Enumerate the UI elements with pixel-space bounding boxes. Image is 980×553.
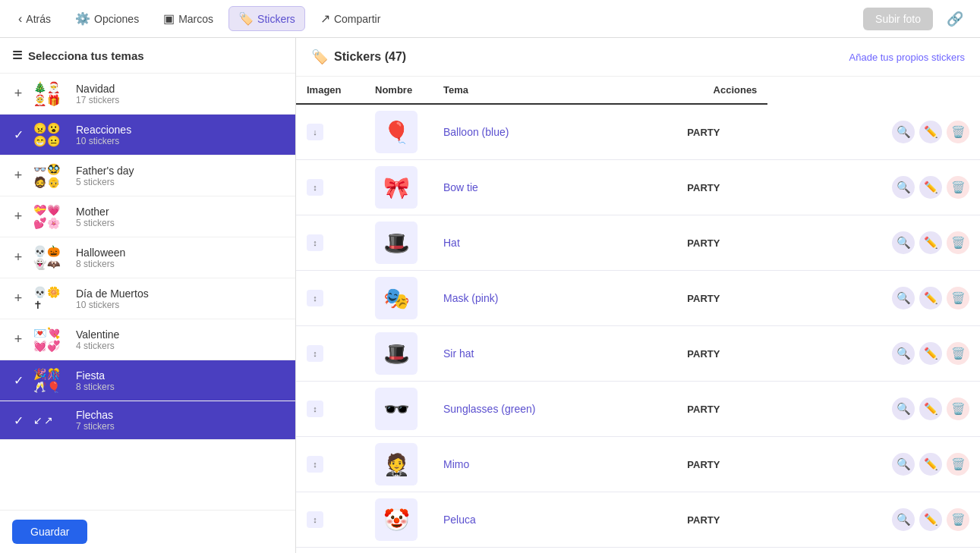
zoom-button[interactable]: 🔍 — [892, 453, 915, 476]
row-image-cell: 🕶️ — [364, 382, 433, 437]
sidebar-item-reacciones[interactable]: ✓😠😮😁😐Reacciones10 stickers — [0, 115, 295, 156]
stickers-label: Stickers — [257, 13, 295, 25]
zoom-icon: 🔍 — [896, 181, 911, 194]
edit-button[interactable]: ✏️ — [919, 342, 942, 365]
delete-button[interactable]: 🗑️ — [947, 508, 969, 531]
main-layout: ☰ Selecciona tus temas +🎄🎅🤶🎁Navidad17 st… — [0, 38, 980, 553]
sidebar-item-valentine[interactable]: +💌💘💓💞Valentine4 stickers — [0, 319, 295, 360]
item-count: 10 stickers — [76, 300, 285, 310]
delete-button[interactable]: 🗑️ — [947, 121, 969, 143]
zoom-icon: 🔍 — [896, 125, 911, 139]
link-icon-button[interactable]: 🔗 — [939, 6, 971, 32]
zoom-button[interactable]: 🔍 — [892, 231, 915, 254]
delete-button[interactable]: 🗑️ — [947, 397, 969, 420]
edit-button[interactable]: ✏️ — [919, 287, 942, 309]
sticker-theme: PARTY — [687, 182, 720, 193]
row-num-cell: ↕ — [296, 548, 364, 554]
zoom-icon: 🔍 — [896, 402, 911, 416]
table-row: ↕🕶️Sunglasses (green)PARTY🔍✏️🗑️ — [296, 382, 980, 437]
trash-icon: 🗑️ — [951, 291, 966, 305]
action-buttons: 🔍✏️🗑️ — [778, 508, 969, 531]
sticker-name-link[interactable]: Hat — [443, 237, 460, 249]
upload-photo-button[interactable]: Subir foto — [863, 8, 933, 30]
table-row: ↓🎈Balloon (blue)PARTY🔍✏️🗑️ — [296, 104, 980, 160]
row-num-badge: ↕ — [307, 234, 323, 251]
options-button[interactable]: ⚙️ Opciones — [66, 7, 148, 30]
sticker-name-link[interactable]: Bow tie — [443, 181, 478, 193]
item-count: 5 stickers — [76, 177, 285, 187]
sticker-name-link[interactable]: Mask (pink) — [443, 292, 498, 304]
frames-button[interactable]: ▣ Marcos — [154, 7, 222, 30]
sidebar-item-fiesta[interactable]: ✓🎉🎊🥂🎈Fiesta8 stickers — [0, 360, 295, 401]
trash-icon: 🗑️ — [951, 347, 966, 360]
table-row: ↕🎩HatPARTY🔍✏️🗑️ — [296, 215, 980, 271]
content-title: 🏷️ Stickers (47) — [311, 49, 406, 65]
share-label: Compartir — [334, 13, 380, 25]
item-count: 8 stickers — [76, 259, 285, 269]
sticker-count-title: Stickers (47) — [334, 50, 406, 64]
link-icon: 🔗 — [947, 11, 963, 27]
sticker-name-link[interactable]: Peluca — [443, 514, 476, 526]
table-row: ↕💋Big KissLOVE🔍✏️🗑️ — [296, 548, 980, 554]
row-num-badge: ↕ — [307, 290, 323, 306]
delete-button[interactable]: 🗑️ — [947, 453, 969, 476]
edit-icon: ✏️ — [924, 181, 938, 194]
table-row: ↕🤵MimoPARTY🔍✏️🗑️ — [296, 437, 980, 492]
delete-button[interactable]: 🗑️ — [947, 231, 969, 254]
action-buttons: 🔍✏️🗑️ — [778, 397, 969, 420]
save-button[interactable]: Guardar — [12, 520, 87, 544]
row-num-badge: ↕ — [307, 345, 323, 362]
item-count: 10 stickers — [76, 136, 285, 146]
action-buttons: 🔍✏️🗑️ — [778, 287, 969, 309]
row-num-cell: ↕ — [296, 215, 364, 271]
sidebar-item-mother[interactable]: +💝💗💕🌸Mother5 stickers — [0, 196, 295, 237]
sidebar-item-navidad[interactable]: +🎄🎅🤶🎁Navidad17 stickers — [0, 74, 295, 115]
action-buttons: 🔍✏️🗑️ — [778, 231, 969, 254]
edit-button[interactable]: ✏️ — [919, 176, 942, 199]
edit-button[interactable]: ✏️ — [919, 121, 942, 143]
sticker-name-link[interactable]: Sunglasses (green) — [443, 403, 535, 415]
add-stickers-link[interactable]: Añade tus propios stickers — [849, 52, 965, 63]
zoom-button[interactable]: 🔍 — [892, 287, 915, 309]
sticker-name-link[interactable]: Sir hat — [443, 347, 474, 360]
edit-button[interactable]: ✏️ — [919, 231, 942, 254]
top-nav: ‹ Atrás ⚙️ Opciones ▣ Marcos 🏷️ Stickers… — [0, 0, 980, 38]
sticker-name-link[interactable]: Balloon (blue) — [443, 126, 509, 138]
trash-icon: 🗑️ — [951, 402, 966, 416]
sidebar-item-fathers[interactable]: +👓🥸🧔👴Father's day5 stickers — [0, 156, 295, 196]
row-num-badge: ↕ — [307, 456, 323, 473]
zoom-button[interactable]: 🔍 — [892, 176, 915, 199]
item-check-icon: + — [11, 168, 26, 184]
options-label: Opciones — [94, 13, 139, 25]
sidebar-item-flechas[interactable]: ✓↙️↗️Flechas7 stickers — [0, 401, 295, 440]
row-theme-cell: PARTY — [676, 492, 767, 548]
row-num-cell: ↓ — [296, 104, 364, 160]
share-button[interactable]: ↗ Compartir — [311, 7, 389, 30]
delete-button[interactable]: 🗑️ — [947, 176, 969, 199]
action-buttons: 🔍✏️🗑️ — [778, 121, 969, 143]
back-button[interactable]: ‹ Atrás — [9, 8, 60, 30]
zoom-button[interactable]: 🔍 — [892, 397, 915, 420]
sticker-image: 🎩 — [375, 332, 418, 375]
edit-button[interactable]: ✏️ — [919, 397, 942, 420]
edit-icon: ✏️ — [924, 402, 938, 416]
sidebar-item-halloween[interactable]: +💀🎃👻🦇Halloween8 stickers — [0, 237, 295, 278]
item-check-icon: ✓ — [11, 413, 26, 428]
col-tema: Tema — [433, 77, 676, 104]
edit-button[interactable]: ✏️ — [919, 508, 942, 531]
sticker-name-link[interactable]: Mimo — [443, 458, 469, 470]
item-check-icon: + — [11, 209, 26, 225]
stickers-button[interactable]: 🏷️ Stickers — [228, 6, 305, 31]
sidebar-footer: Guardar — [0, 510, 295, 553]
sidebar-item-dia_muertos[interactable]: +💀🌼✝️Día de Muertos10 stickers — [0, 278, 295, 319]
row-actions-cell: 🔍✏️🗑️ — [767, 382, 980, 437]
item-emojis: 💝💗💕🌸 — [33, 204, 68, 229]
zoom-button[interactable]: 🔍 — [892, 121, 915, 143]
zoom-button[interactable]: 🔍 — [892, 342, 915, 365]
zoom-button[interactable]: 🔍 — [892, 508, 915, 531]
delete-button[interactable]: 🗑️ — [947, 342, 969, 365]
delete-button[interactable]: 🗑️ — [947, 287, 969, 309]
row-actions-cell: 🔍✏️🗑️ — [767, 160, 980, 215]
item-check-icon: ✓ — [11, 373, 26, 388]
edit-button[interactable]: ✏️ — [919, 453, 942, 476]
